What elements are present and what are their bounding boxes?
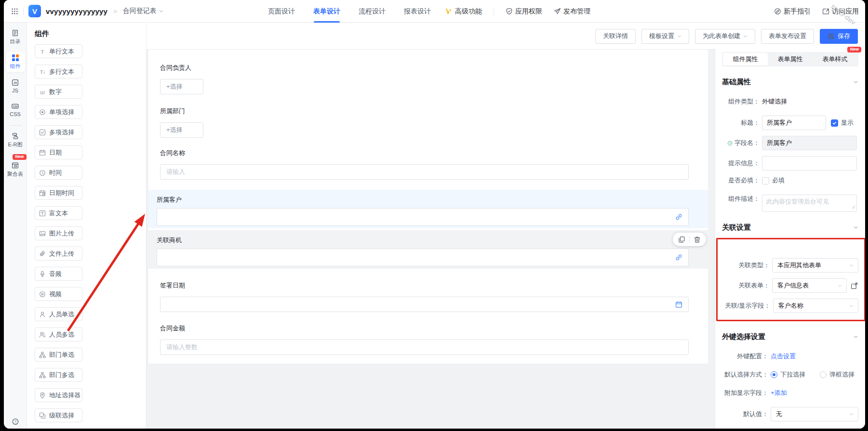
component-item-label: 富文本	[49, 209, 68, 218]
property-select[interactable]: 无	[771, 407, 858, 421]
rail-item-2[interactable]: 组件	[6, 52, 25, 72]
property-select[interactable]: 客户名称	[773, 299, 858, 313]
calendar-clock-icon	[39, 190, 46, 196]
component-item[interactable]: T单行文本	[35, 44, 82, 58]
field-input[interactable]	[160, 297, 689, 312]
property-link[interactable]: 点击设置	[771, 352, 796, 361]
square	[16, 54, 19, 57]
component-item[interactable]: 时间	[35, 166, 82, 180]
component-item[interactable]: 多项选择	[35, 125, 82, 139]
component-item[interactable]: 人员多选	[35, 327, 82, 341]
toolbar-button-label: 保存	[838, 32, 850, 40]
component-item-label: 图片上传	[49, 229, 74, 238]
form-field-picker[interactable]: 所属部门+选择	[148, 107, 708, 138]
nav-tab-1[interactable]: 页面设计	[268, 0, 295, 23]
form-field-fk[interactable]: 所属客户	[148, 190, 708, 228]
toolbar-button-1[interactable]: 关联详情	[595, 29, 636, 44]
picker-button[interactable]: +选择	[160, 79, 203, 94]
nav-tab-4[interactable]: 报表设计	[404, 0, 431, 23]
copy-icon[interactable]	[678, 236, 685, 243]
num-123-icon: 123	[39, 89, 46, 95]
field-label: 关联商机	[157, 236, 689, 245]
property-label: 标题：	[722, 118, 760, 127]
rail-item-3[interactable]: JSJS	[6, 77, 25, 96]
radio-1[interactable]	[771, 371, 777, 378]
chevron-down-icon[interactable]	[853, 334, 858, 340]
nav-tab-2[interactable]: 表单设计	[313, 0, 340, 23]
component-item[interactable]: TT多行文本	[35, 65, 82, 78]
properties-panel: 组件属性表单属性表单样式New基础属性组件类型：外键选择标题：所属客户显示?字段…	[715, 50, 865, 429]
nav-menu-item-3[interactable]: 发布管理	[554, 7, 590, 16]
fk-input[interactable]	[157, 248, 689, 266]
rail-item-1[interactable]: 目录	[6, 27, 25, 48]
component-item[interactable]: 音频	[35, 267, 82, 281]
property-input[interactable]: 所属客户	[762, 116, 826, 130]
field-input[interactable]: 请输入	[160, 164, 689, 180]
link-chain-icon[interactable]	[675, 213, 682, 221]
display-checkbox[interactable]	[831, 119, 838, 127]
save-button[interactable]: 保存	[820, 29, 858, 44]
rail-item-4[interactable]: CSSCSS	[6, 100, 25, 119]
app-logo[interactable]: V	[28, 5, 41, 17]
trash-icon[interactable]	[694, 236, 701, 243]
component-item[interactable]: 123数字	[35, 85, 82, 99]
chevron-down-icon[interactable]	[853, 225, 858, 230]
chevron-down-icon[interactable]	[853, 79, 858, 85]
property-label: 组件描述：	[722, 195, 760, 203]
required-checkbox[interactable]	[762, 177, 769, 184]
form-field-text[interactable]: 合同名称请输入	[148, 149, 708, 180]
ext-window-icon[interactable]	[851, 282, 858, 289]
component-item[interactable]: 日期	[35, 145, 82, 159]
toolbar-button-4[interactable]: 表单发布设置	[761, 29, 814, 44]
fk-input[interactable]	[157, 208, 689, 226]
component-item[interactable]: 部门多选	[35, 368, 82, 382]
component-item[interactable]: 图片上传	[35, 226, 82, 240]
component-item[interactable]: 视频	[35, 287, 82, 301]
nav-menu-item-2[interactable]: 应用权限	[506, 7, 542, 16]
toolbar-button-3[interactable]: 为此表单创建	[695, 29, 755, 44]
field-label: 所属部门	[160, 107, 689, 116]
list-doc-icon	[12, 29, 19, 37]
property-textarea[interactable]: 此内容仅管理后台可见	[762, 195, 857, 212]
app-grid-icon[interactable]	[11, 8, 18, 15]
component-item[interactable]: 部门单选	[35, 348, 82, 362]
breadcrumb-form-name[interactable]: 合同登记表	[123, 7, 163, 15]
components-panel-title: 组件	[35, 29, 142, 39]
nav-menu: 高级功能应用权限发布管理	[445, 0, 590, 23]
property-link[interactable]: +添加	[771, 389, 787, 397]
nav-tab-3[interactable]: 流程设计	[359, 0, 386, 23]
component-item[interactable]: 富文本	[35, 206, 82, 220]
section-rows: 关联类型：本应用其他表单关联表单：客户信息表关联/显示字段：客户名称	[723, 258, 858, 313]
component-item[interactable]: 地址选择器	[35, 388, 82, 402]
calendar-icon[interactable]	[675, 301, 682, 308]
nav-menu-label: 发布管理	[563, 7, 590, 16]
component-item[interactable]: 日期时间	[35, 186, 82, 200]
nav-right-item-2[interactable]: 访问应用	[822, 7, 859, 16]
nav-menu-item-1[interactable]: 高级功能	[445, 7, 482, 16]
form-field-picker[interactable]: 合同负责人+选择	[148, 64, 708, 94]
link-chain-icon[interactable]	[675, 254, 682, 261]
property-select[interactable]: 客户信息表	[772, 278, 847, 293]
form-field-text[interactable]: 合同金额请输入整数	[148, 324, 708, 355]
component-item[interactable]: 单项选择	[35, 105, 82, 119]
toolbar-button-2[interactable]: 模板设置	[641, 29, 689, 44]
properties-tab-3[interactable]: 表单样式	[813, 53, 857, 65]
component-item[interactable]: 人员单选	[35, 307, 82, 321]
properties-tab-1[interactable]: 组件属性	[723, 53, 768, 65]
form-field-fk[interactable]: 关联商机	[148, 230, 708, 269]
nav-right-item-1[interactable]: 新手指引	[774, 7, 811, 16]
rail-item-7[interactable]: New聚合表	[6, 159, 25, 180]
properties-tab-2[interactable]: 表单属性	[768, 53, 813, 65]
section-rows: 组件类型：外键选择标题：所属客户显示?字段名：所属客户提示信息：是否必填：必填组…	[722, 97, 858, 212]
help-icon[interactable]: ?	[12, 418, 19, 425]
component-item[interactable]: 级联选择	[35, 408, 82, 422]
rail-item-6[interactable]: E-R图	[6, 130, 25, 151]
form-field-date[interactable]: 签署日期	[148, 281, 708, 312]
field-input[interactable]: 请输入整数	[160, 340, 689, 355]
component-item[interactable]: 文件上传	[35, 247, 82, 261]
radio-2[interactable]	[820, 371, 827, 378]
property-select[interactable]: 本应用其他表单	[772, 258, 858, 273]
nav-menu-label: 高级功能	[455, 7, 482, 16]
picker-button[interactable]: +选择	[160, 122, 203, 138]
property-input[interactable]	[762, 156, 857, 170]
